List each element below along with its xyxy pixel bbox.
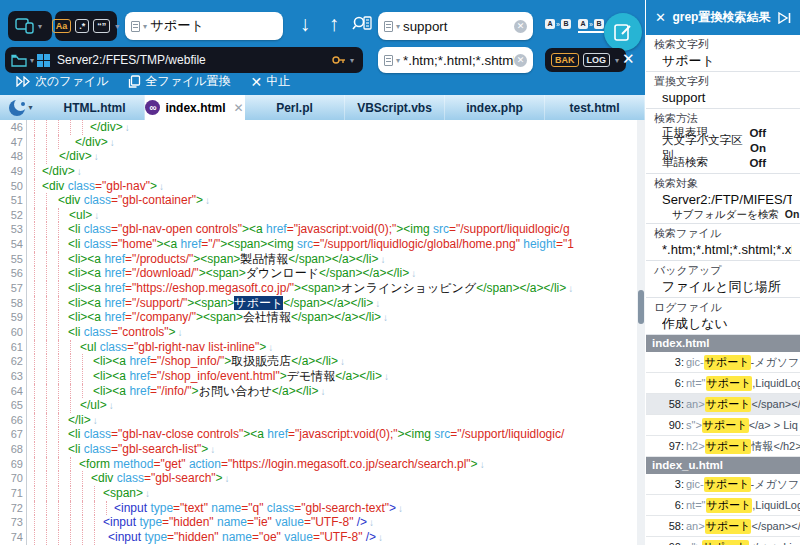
code-line-62[interactable]: 62<li><a href="/shop_info/">取扱販売店</a></l… xyxy=(0,354,645,369)
regex-toggle[interactable]: .* xyxy=(75,19,89,33)
code-text: <input type="hidden" name="oe" value="UT… xyxy=(27,530,383,544)
chevron-down-icon: ▾ xyxy=(38,22,42,31)
code-line-58[interactable]: 58<li><a href="/support/"><span>サポート</sp… xyxy=(0,296,645,311)
code-line-61[interactable]: 61<ul class="gbl-right-nav list-inline">… xyxy=(0,340,645,355)
result-row[interactable]: 3:gic-サポート-メガソフト xyxy=(646,352,800,373)
clear-replace-icon[interactable]: ✕ xyxy=(514,20,527,33)
code-line-52[interactable]: 52<ul>↓ xyxy=(0,208,645,223)
code-editor[interactable]: 46</div>↓47</div>↓48</div>↓49</div>↓50<d… xyxy=(0,120,645,545)
next-file-button[interactable]: 次のファイル xyxy=(16,73,108,90)
tab-Perl.pl[interactable]: Perl.pl xyxy=(245,95,345,120)
newline-mark: ↓ xyxy=(384,371,389,382)
tab-VBScript.vbs[interactable]: VBScript.vbs xyxy=(345,95,445,120)
result-row[interactable]: 90:s">サポート</a> > Liq xyxy=(646,537,800,545)
line-number: 72 xyxy=(0,501,27,516)
code-text: <span>↓ xyxy=(27,486,150,500)
panel-section: バックアップファイルと同じ場所 xyxy=(646,261,800,298)
code-line-54[interactable]: 54<li class="home"><a href="/"><span><im… xyxy=(0,237,645,252)
code-line-70[interactable]: 70<div class="gbl-search">↓ xyxy=(0,471,645,486)
result-row[interactable]: 97:h2>サポート情報</h2> xyxy=(646,436,800,457)
code-line-73[interactable]: 73<input type="hidden" name="ie" value="… xyxy=(0,515,645,530)
file-pattern-input[interactable] xyxy=(403,53,514,68)
result-row[interactable]: 58:an>サポート</span></ xyxy=(646,394,800,415)
code-line-48[interactable]: 48</div>↓ xyxy=(0,149,645,164)
code-line-49[interactable]: 49</div>↓ xyxy=(0,164,645,179)
code-line-59[interactable]: 59<li><a href="/company/"><span>会社情報</sp… xyxy=(0,310,645,325)
word-search-toggle[interactable]: “” xyxy=(93,19,110,33)
code-line-51[interactable]: 51<div class="gbl-container">↓ xyxy=(0,193,645,208)
code-line-69[interactable]: 69<form method="get" action="https://log… xyxy=(0,457,645,472)
code-line-74[interactable]: 74<input type="hidden" name="oe" value="… xyxy=(0,530,645,545)
code-line-72[interactable]: 72<input type="text" name="q" class="gbl… xyxy=(0,501,645,516)
code-line-53[interactable]: 53<li class="gbl-nav-open controls"><a h… xyxy=(0,222,645,237)
clear-pattern-icon[interactable]: ✕ xyxy=(514,54,527,67)
result-row[interactable]: 6:nt="サポート,LiquidLog xyxy=(646,373,800,394)
panel-section: 検索方法正規表現Off大文字小文字区別On単語検索Off xyxy=(646,109,800,174)
tab-HTML.html[interactable]: HTML.html xyxy=(45,95,145,120)
chevron-down-icon: ▾ xyxy=(396,22,400,31)
section-value: support xyxy=(662,90,792,105)
code-line-67[interactable]: 67<li class="gbl-nav-close controls"><a … xyxy=(0,427,645,442)
replace-one-button[interactable]: A»B xyxy=(545,19,571,29)
log-toggle[interactable]: LOG xyxy=(583,53,611,67)
code-line-47[interactable]: 47</div>↓ xyxy=(0,135,645,150)
search-input[interactable] xyxy=(150,19,277,34)
edit-document-icon xyxy=(613,22,633,42)
code-line-55[interactable]: 55<li><a href="/products/"><span>製品情報</s… xyxy=(0,252,645,267)
abort-x-icon: ✕ xyxy=(251,74,263,90)
tab-close-icon[interactable]: ✕ xyxy=(233,101,243,115)
close-grep-bar-button[interactable]: ✕ xyxy=(622,50,635,68)
app-menu-button[interactable]: ▾ xyxy=(0,95,45,120)
code-line-56[interactable]: 56<li><a href="/download/"><span>ダウンロード<… xyxy=(0,266,645,281)
tab-test.html[interactable]: test.html xyxy=(545,95,645,120)
code-line-68[interactable]: 68<li class="gbl-search-list">↓ xyxy=(0,442,645,457)
tab-index.html[interactable]: ∞index.html✕ xyxy=(145,95,245,120)
result-row[interactable]: 58:an>サポート</span></ xyxy=(646,516,800,537)
editor-scrollbar[interactable] xyxy=(637,120,645,545)
code-line-64[interactable]: 64<li><a href="/info/">お問い合わせ</a></li>↓ xyxy=(0,384,645,399)
grep-target-bar[interactable]: ▾ Server2:/FFES/TMP/webfile ▾ xyxy=(5,47,363,73)
replace-all-files-button[interactable]: 全ファイル置換 xyxy=(128,73,230,90)
scrollbar-thumb[interactable] xyxy=(638,290,644,324)
result-row[interactable]: 6:nt="サポート,LiquidLog xyxy=(646,495,800,516)
code-text: <li><a href="/company/"><span>会社情報</span… xyxy=(27,310,388,324)
search-history-icon[interactable] xyxy=(131,21,140,32)
backup-toggle[interactable]: BAK xyxy=(551,53,579,67)
target-selector-button[interactable]: ▾ xyxy=(8,11,52,41)
replace-input[interactable] xyxy=(403,19,514,34)
code-line-60[interactable]: 60<li class="controls">↓ xyxy=(0,325,645,340)
panel-expand-icon[interactable] xyxy=(777,12,791,24)
newline-mark: ↓ xyxy=(340,356,345,367)
search-down-button[interactable]: ↓ xyxy=(293,9,317,39)
replace-all-button[interactable]: A»B xyxy=(578,19,604,33)
section-label: 検索文字列 xyxy=(654,38,792,51)
code-text: <li><a href="/products/"><span>製品情報</spa… xyxy=(27,252,385,266)
abort-button[interactable]: ✕ 中止 xyxy=(251,73,291,90)
case-sensitive-toggle[interactable]: Aa xyxy=(52,19,72,33)
replace-history-icon[interactable] xyxy=(384,21,393,32)
line-number: 71 xyxy=(0,486,27,501)
code-line-57[interactable]: 57<li><a href="https://eshop.megasoft.co… xyxy=(0,281,645,296)
key-icon[interactable] xyxy=(331,53,347,67)
tab-label: HTML.html xyxy=(64,101,126,115)
code-text: <div class="gbl-search">↓ xyxy=(27,471,230,485)
code-line-63[interactable]: 63<li><a href="/shop_info/event.html">デモ… xyxy=(0,369,645,384)
grep-target-path: Server2:/FFES/TMP/webfile xyxy=(57,53,331,67)
result-row[interactable]: 3:gic-サポート-メガソフト xyxy=(646,474,800,495)
search-in-list-icon[interactable] xyxy=(352,15,372,33)
code-line-50[interactable]: 50<div class="gbl-nav">↓ xyxy=(0,179,645,194)
section-label: ログファイル xyxy=(654,301,792,314)
search-field-wrap: ▾ xyxy=(125,12,283,40)
panel-close-icon[interactable]: ✕ xyxy=(655,10,666,25)
edit-mode-button[interactable] xyxy=(604,13,642,51)
code-line-71[interactable]: 71<span>↓ xyxy=(0,486,645,501)
code-line-65[interactable]: 65</ul>↓ xyxy=(0,398,645,413)
code-line-46[interactable]: 46</div>↓ xyxy=(0,120,645,135)
search-up-button[interactable]: ↑ xyxy=(322,9,346,39)
grep-action-row: 次のファイル 全ファイル置換 ✕ 中止 xyxy=(16,73,290,90)
file-pattern-icon[interactable] xyxy=(384,55,393,66)
result-row[interactable]: 90:s">サポート</a> > Liq xyxy=(646,415,800,436)
tab-index.php[interactable]: index.php xyxy=(445,95,545,120)
newline-mark: ↓ xyxy=(268,342,273,353)
code-line-66[interactable]: 66</li>↓ xyxy=(0,413,645,428)
